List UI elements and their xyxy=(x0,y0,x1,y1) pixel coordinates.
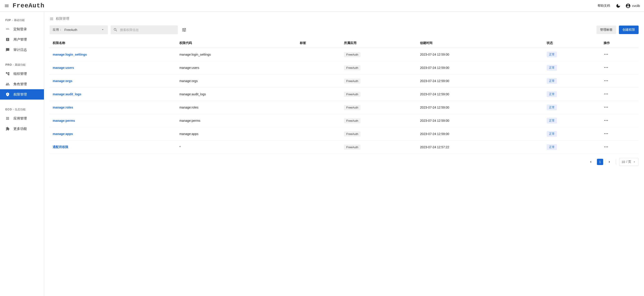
advanced-filter-button[interactable] xyxy=(180,26,188,34)
app-chip: FreeAuth xyxy=(344,105,360,110)
created-at: 2023-07-24 12:59:00 xyxy=(417,48,544,61)
divider xyxy=(616,159,616,164)
list-icon xyxy=(50,17,54,21)
page-size-value: 10 xyxy=(622,160,625,164)
app-chip: FreeAuth xyxy=(344,132,360,136)
create-permission-button[interactable]: 创建权限 xyxy=(619,26,638,34)
page-number[interactable]: 1 xyxy=(597,159,603,165)
search-input[interactable] xyxy=(120,28,175,32)
svg-point-6 xyxy=(604,80,605,81)
row-actions-button[interactable] xyxy=(604,133,608,137)
manage-tags-button[interactable]: 管理标签 xyxy=(596,26,616,34)
status-badge: 正常 xyxy=(547,52,557,58)
page-size-select[interactable]: 10 / 页 xyxy=(619,158,638,166)
search-box[interactable] xyxy=(110,25,178,34)
col-header-tag[interactable]: 标签 xyxy=(297,38,341,48)
user-menu[interactable]: cvcilb xyxy=(626,3,640,8)
tree-icon xyxy=(6,72,10,76)
status-badge: 正常 xyxy=(547,91,557,97)
page-size-suffix: / 页 xyxy=(626,160,631,164)
perm-name-link[interactable]: manage:orgs xyxy=(53,79,72,83)
svg-point-0 xyxy=(604,54,605,55)
sidebar-section-eco: ECO · 生态功能 xyxy=(0,105,44,113)
more-horiz-icon xyxy=(604,65,608,70)
breadcrumb: 权限管理 xyxy=(50,16,638,21)
perm-name-link[interactable]: manage:login_settings xyxy=(53,53,87,56)
perm-name-link[interactable]: manage:audit_logs xyxy=(53,92,82,96)
perm-tag xyxy=(297,88,341,101)
shield-key-icon xyxy=(6,92,10,97)
row-actions-button[interactable] xyxy=(604,146,608,150)
tune-icon xyxy=(182,27,186,32)
table-row: manage:login_settingsmanage:login_settin… xyxy=(50,48,638,61)
row-actions-button[interactable] xyxy=(604,120,608,124)
perm-code: manage:orgs xyxy=(176,74,297,88)
app-chip: FreeAuth xyxy=(344,118,360,123)
col-header-ops: 操作 xyxy=(600,38,638,48)
svg-point-16 xyxy=(606,120,607,121)
status-badge: 正常 xyxy=(547,118,557,124)
perm-name-link[interactable]: manage:apps xyxy=(53,132,73,136)
sidebar-item-perm-mgmt[interactable]: 权限管理 xyxy=(0,89,44,100)
status-badge: 正常 xyxy=(547,144,557,150)
svg-point-5 xyxy=(607,67,608,68)
perm-name-link[interactable]: 通配符权限 xyxy=(53,145,68,149)
table-row: manage:usersmanage:usersFreeAuth2023-07-… xyxy=(50,61,638,74)
more-horiz-icon xyxy=(604,52,608,57)
dark-mode-toggle[interactable] xyxy=(615,3,621,9)
row-actions-button[interactable] xyxy=(604,67,608,71)
status-badge: 正常 xyxy=(547,131,557,137)
sidebar-item-label: 定制登录 xyxy=(14,27,27,32)
svg-point-3 xyxy=(604,67,605,68)
sidebar-item-label: 应用管理 xyxy=(14,116,27,121)
chevron-down-icon xyxy=(101,28,105,32)
col-header-app[interactable]: 所属应用 xyxy=(341,38,417,48)
row-actions-button[interactable] xyxy=(604,107,608,110)
col-header-status[interactable]: 状态 xyxy=(544,38,600,48)
next-page-button[interactable] xyxy=(606,158,612,166)
table-row: manage:appsmanage:appsFreeAuth2023-07-24… xyxy=(50,127,638,140)
sidebar-section-f2p: F2P · 基础功能 xyxy=(0,16,44,24)
people-icon xyxy=(6,82,10,86)
table-row: manage:rolesmanage:rolesFreeAuth2023-07-… xyxy=(50,101,638,114)
prev-page-button[interactable] xyxy=(588,158,594,166)
permissions-table: 权限名称 权限代码 标签 所属应用 创建时间 状态 操作 manage:logi… xyxy=(50,38,638,154)
svg-point-15 xyxy=(604,120,605,121)
perm-name-link[interactable]: manage:roles xyxy=(53,106,73,109)
svg-point-8 xyxy=(607,80,608,81)
sidebar-item-label: 角色管理 xyxy=(14,82,27,86)
svg-point-18 xyxy=(604,133,605,134)
help-docs-link[interactable]: 帮助文档 xyxy=(598,4,610,8)
status-badge: 正常 xyxy=(547,65,557,71)
col-header-name[interactable]: 权限名称 xyxy=(50,38,176,48)
sidebar-item-more[interactable]: 更多功能 xyxy=(0,124,44,134)
sidebar-item-app-mgmt[interactable]: 应用管理 xyxy=(0,113,44,124)
perm-name-link[interactable]: manage:users xyxy=(53,66,74,70)
svg-point-10 xyxy=(606,94,607,94)
sidebar-item-label: 权限管理 xyxy=(14,92,27,97)
app-filter-select[interactable]: 应用： FreeAuth xyxy=(50,25,108,34)
sidebar-item-custom-login[interactable]: 定制登录 xyxy=(0,24,44,34)
moon-icon xyxy=(616,3,621,8)
svg-point-22 xyxy=(606,146,607,147)
sidebar-item-role-mgmt[interactable]: 角色管理 xyxy=(0,79,44,89)
col-header-code[interactable]: 权限代码 xyxy=(176,38,297,48)
created-at: 2023-07-24 12:59:00 xyxy=(417,61,544,74)
sidebar-item-org-mgmt[interactable]: 组织管理 xyxy=(0,68,44,79)
svg-point-1 xyxy=(606,54,607,55)
row-actions-button[interactable] xyxy=(604,54,608,58)
svg-point-11 xyxy=(607,94,608,94)
row-actions-button[interactable] xyxy=(604,94,608,97)
sidebar-item-user-mgmt[interactable]: 用户管理 xyxy=(0,34,44,44)
sidebar-item-label: 更多功能 xyxy=(14,127,27,131)
perm-name-link[interactable]: manage:perms xyxy=(53,119,75,122)
perm-tag xyxy=(297,61,341,74)
perm-code: manage:roles xyxy=(176,101,297,114)
perm-tag xyxy=(297,127,341,140)
col-header-created[interactable]: 创建时间 xyxy=(417,38,544,48)
sidebar-item-audit-log[interactable]: 审计日志 xyxy=(0,44,44,55)
sidebar-item-label: 审计日志 xyxy=(14,48,27,52)
hamburger-menu-button[interactable] xyxy=(4,3,10,8)
svg-point-21 xyxy=(604,146,605,147)
row-actions-button[interactable] xyxy=(604,80,608,84)
